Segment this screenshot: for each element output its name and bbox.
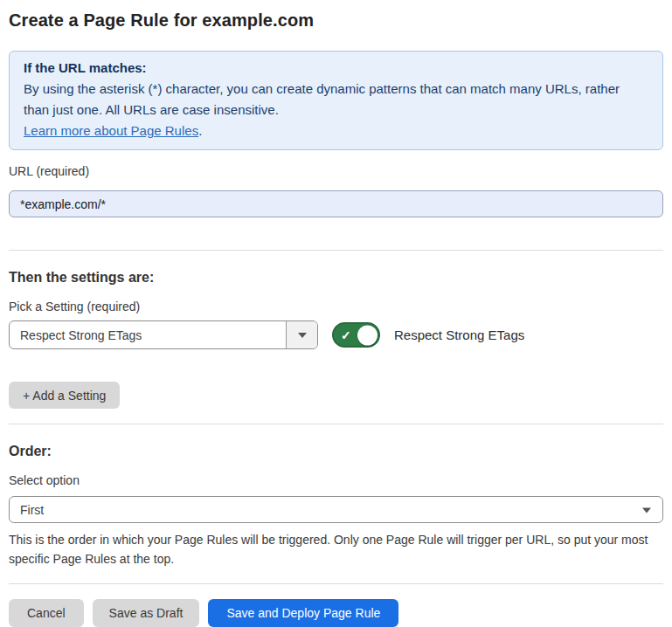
order-help-text: This is the order in which your Page Rul…	[9, 530, 663, 568]
link-suffix: .	[198, 123, 202, 138]
setting-controls-row: Respect Strong ETags ✓ Respect Strong ET…	[9, 320, 663, 349]
order-select-value: First	[10, 503, 662, 517]
save-draft-button[interactable]: Save as Draft	[93, 599, 200, 627]
url-label: URL (required)	[9, 163, 663, 179]
add-setting-button[interactable]: + Add a Setting	[9, 382, 120, 409]
url-input[interactable]	[9, 190, 663, 217]
learn-more-link[interactable]: Learn more about Page Rules	[24, 123, 198, 138]
chevron-down-icon	[642, 507, 651, 513]
order-select[interactable]: First	[9, 496, 663, 523]
toggle-label: Respect Strong ETags	[394, 327, 524, 342]
page-title: Create a Page Rule for example.com	[9, 10, 663, 31]
etags-toggle[interactable]: ✓	[332, 322, 380, 348]
cancel-button[interactable]: Cancel	[9, 599, 84, 627]
setting-select[interactable]: Respect Strong ETags	[9, 320, 318, 349]
setting-select-value: Respect Strong ETags	[10, 328, 286, 342]
order-heading: Order:	[9, 443, 663, 459]
toggle-knob	[357, 325, 378, 345]
select-option-label: Select option	[9, 472, 663, 488]
section-divider	[9, 250, 663, 251]
footer-divider	[9, 583, 663, 584]
chevron-down-icon	[298, 333, 307, 338]
section-divider	[9, 424, 663, 424]
info-box-heading: If the URL matches:	[24, 58, 648, 79]
settings-heading: Then the settings are:	[9, 269, 663, 286]
info-box-body: By using the asterisk (*) character, you…	[24, 79, 648, 121]
check-icon: ✓	[341, 328, 351, 341]
info-box-link-line: Learn more about Page Rules.	[24, 121, 648, 141]
url-match-info-box: If the URL matches: By using the asteris…	[9, 51, 663, 150]
footer-actions: Cancel Save as Draft Save and Deploy Pag…	[9, 599, 663, 627]
page-rule-form: Create a Page Rule for example.com If th…	[0, 10, 672, 627]
save-deploy-button[interactable]: Save and Deploy Page Rule	[208, 599, 398, 627]
setting-select-arrow-button[interactable]	[286, 321, 317, 348]
pick-setting-label: Pick a Setting (required)	[9, 299, 663, 314]
